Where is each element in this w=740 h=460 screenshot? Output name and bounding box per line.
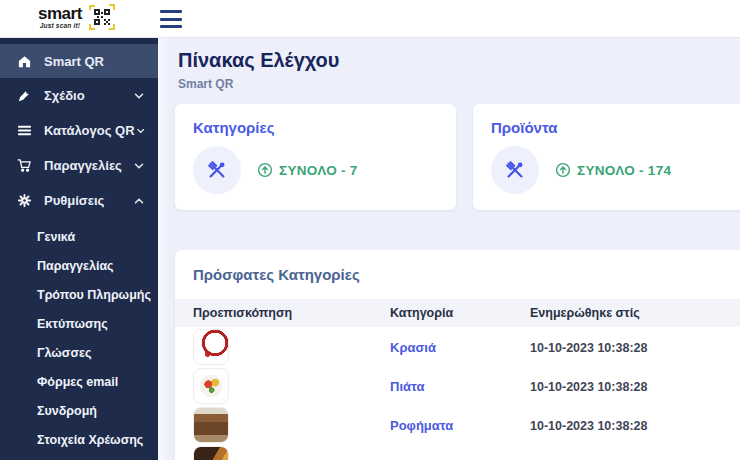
category-link[interactable]: Κρασιά	[390, 340, 436, 355]
updated-timestamp: 10-10-2023 10:38:28	[530, 341, 647, 355]
page-subtitle: Smart QR	[178, 77, 233, 91]
total-count: ΣΥΝΟΛΟ - 174	[555, 162, 671, 178]
sidebar-item-catalog-qr[interactable]: Κατάλογος QR	[0, 113, 158, 148]
sidebar-item-label: Κατάλογος QR	[44, 123, 135, 138]
table-row: Πιάτα 10-10-2023 10:38:28	[175, 366, 740, 405]
category-thumbnail-food	[193, 446, 229, 460]
top-header: smart Just scan it!	[0, 0, 740, 38]
menu-toggle-button[interactable]	[160, 9, 184, 29]
sidebar-item-design[interactable]: Σχέδιο	[0, 78, 158, 113]
arrow-up-circle-icon	[555, 162, 571, 178]
submenu-item-email-forms[interactable]: Φόρμες email	[0, 367, 158, 396]
total-label: ΣΥΝΟΛΟ - 7	[279, 163, 358, 178]
chevron-down-icon	[135, 124, 146, 138]
category-thumbnail-drinks	[193, 407, 229, 443]
category-thumbnail-plate	[193, 368, 229, 404]
panel-title: Πρόσφατες Κατηγορίες	[175, 266, 740, 283]
brand-logo[interactable]: smart Just scan it!	[38, 4, 115, 30]
chevron-down-icon	[132, 159, 146, 173]
total-count: ΣΥΝΟΛΟ - 7	[257, 162, 358, 178]
submenu-item-languages[interactable]: Γλώσσες	[0, 338, 158, 367]
submenu-item-general[interactable]: Γενικά	[0, 222, 158, 251]
settings-submenu: Γενικά Παραγγελίας Τρόπου Πληρωμής Εκτύπ…	[0, 222, 158, 454]
category-link[interactable]: Ροφήματα	[390, 418, 453, 433]
page-title: Πίνακας Ελέγχου	[178, 49, 339, 72]
sidebar-item-settings[interactable]: Ρυθμίσεις	[0, 183, 158, 218]
sidebar-item-label: Σχέδιο	[44, 88, 132, 103]
home-icon	[16, 53, 32, 69]
submenu-item-billing-details[interactable]: Στοιχεία Χρέωσης	[0, 425, 158, 454]
table-row: Κρασιά 10-10-2023 10:38:28	[175, 327, 740, 366]
table-header-row: Προεπισκόπηση Κατηγορία Ενημερώθηκε στίς	[175, 299, 740, 327]
utensils-icon	[193, 146, 241, 194]
pen-icon	[16, 88, 32, 104]
sidebar-item-label: Παραγγελίες	[44, 158, 132, 173]
stat-card-title: Προϊόντα	[491, 119, 740, 136]
sidebar-item-label: Smart QR	[44, 54, 146, 69]
updated-timestamp: 10-10-2023 10:38:28	[530, 419, 647, 433]
table-row: Ροφήματα 10-10-2023 10:38:28	[175, 405, 740, 444]
gear-icon	[16, 193, 32, 209]
qr-code-icon	[89, 4, 115, 30]
table-row	[175, 444, 740, 460]
submenu-item-printing[interactable]: Εκτύπωσης	[0, 309, 158, 338]
submenu-item-payment-method[interactable]: Τρόπου Πληρωμής	[0, 280, 158, 309]
app-window: smart Just scan it!	[0, 0, 740, 460]
brand-name: smart	[38, 5, 82, 22]
sidebar-item-smart-qr[interactable]: Smart QR	[0, 44, 158, 78]
stat-card-products: Προϊόντα ΣΥΝΟΛΟ - 174	[473, 104, 740, 210]
main-content: Πίνακας Ελέγχου Smart QR Κατηγορίες ΣΥΝΟ…	[158, 38, 740, 460]
total-label: ΣΥΝΟΛΟ - 174	[577, 163, 671, 178]
submenu-item-order[interactable]: Παραγγελίας	[0, 251, 158, 280]
column-header-preview: Προεπισκόπηση	[175, 306, 372, 320]
recent-categories-panel: Πρόσφατες Κατηγορίες Προεπισκόπηση Κατηγ…	[175, 250, 740, 460]
stat-card-title: Κατηγορίες	[193, 119, 438, 136]
category-link[interactable]: Πιάτα	[390, 379, 424, 394]
chevron-down-icon	[132, 89, 146, 103]
category-thumbnail-wine	[193, 329, 229, 365]
utensils-icon	[491, 146, 539, 194]
brand-text: smart Just scan it!	[38, 5, 82, 30]
column-header-category: Κατηγορία	[372, 306, 512, 320]
list-icon	[16, 123, 32, 139]
sidebar-item-label: Ρυθμίσεις	[44, 193, 132, 208]
submenu-item-subscription[interactable]: Συνδρομή	[0, 396, 158, 425]
sidebar-nav: Smart QR Σχέδιο Κατάλογος QR Παραγγελίες	[0, 38, 158, 460]
stat-card-categories: Κατηγορίες ΣΥΝΟΛΟ - 7	[175, 104, 456, 210]
chevron-up-icon	[132, 194, 146, 208]
column-header-updated: Ενημερώθηκε στίς	[512, 306, 740, 320]
sidebar-item-orders[interactable]: Παραγγελίες	[0, 148, 158, 183]
cart-icon	[16, 158, 32, 174]
brand-tagline: Just scan it!	[40, 23, 81, 30]
updated-timestamp: 10-10-2023 10:38:28	[530, 380, 647, 394]
arrow-up-circle-icon	[257, 162, 273, 178]
